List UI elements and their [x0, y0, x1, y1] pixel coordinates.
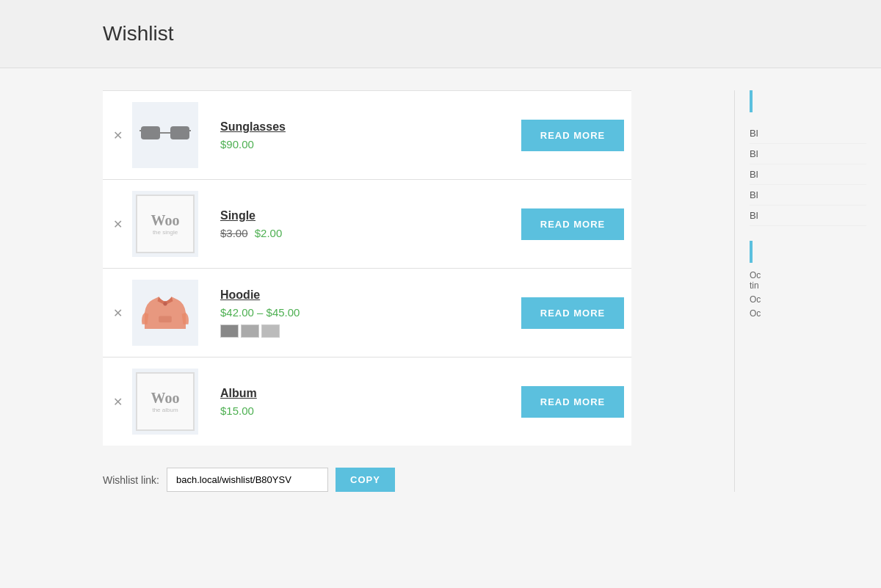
woo-placeholder: Woo the album: [136, 372, 195, 431]
sunglasses-icon: [139, 120, 191, 150]
sidebar-text: Oc: [750, 294, 866, 305]
product-info: Album $15.00: [220, 387, 514, 417]
sidebar-item[interactable]: Bl: [750, 164, 866, 185]
sidebar-text: Oc: [750, 308, 866, 319]
original-price: $3.00: [220, 227, 248, 239]
woo-sub-text: the album: [152, 407, 178, 413]
table-row: ✕ Woo the album Album $15.00 READ MORE: [103, 357, 631, 446]
table-row: ✕ Sunglasses $90.00: [103, 90, 631, 179]
price-value: $90.00: [220, 138, 254, 150]
product-info: Sunglasses $90.00: [220, 120, 514, 150]
svg-rect-1: [170, 126, 189, 139]
color-swatches: [220, 324, 514, 338]
sidebar-item[interactable]: Bl: [750, 206, 866, 226]
hoodie-image: [132, 280, 198, 346]
remove-button[interactable]: ✕: [103, 306, 132, 320]
copy-button[interactable]: COPY: [336, 468, 395, 492]
sale-price: $2.00: [255, 227, 283, 239]
wishlist-link-section: Wishlist link: COPY: [103, 468, 631, 492]
wishlist-link-input[interactable]: [167, 468, 328, 492]
product-image-cell: [132, 280, 206, 346]
table-row: ✕: [103, 268, 631, 357]
remove-button[interactable]: ✕: [103, 128, 132, 142]
read-more-cell: READ MORE: [514, 120, 631, 151]
read-more-cell: READ MORE: [514, 208, 631, 240]
main-content: ✕ Sunglasses $90.00: [0, 68, 881, 514]
sidebar-section: Octin Oc Oc: [750, 241, 866, 319]
sidebar-item[interactable]: Bl: [750, 123, 866, 144]
table-row: ✕ Woo the single Single $3.00 $2.00 READ…: [103, 179, 631, 268]
product-name: Hoodie: [220, 288, 514, 302]
product-name: Single: [220, 209, 514, 222]
read-more-button[interactable]: READ MORE: [521, 297, 624, 329]
wishlist-section: ✕ Sunglasses $90.00: [0, 90, 734, 492]
read-more-button[interactable]: READ MORE: [521, 208, 624, 240]
sidebar-text: Octin: [750, 270, 866, 291]
svg-rect-6: [159, 316, 172, 322]
product-image-cell: [132, 102, 206, 168]
woo-single-image: Woo the single: [132, 191, 198, 257]
woo-placeholder: Woo the single: [136, 195, 195, 253]
remove-button[interactable]: ✕: [103, 217, 132, 231]
product-image-cell: Woo the album: [132, 369, 206, 435]
color-swatch[interactable]: [261, 324, 280, 338]
hoodie-icon: [139, 287, 191, 338]
remove-button[interactable]: ✕: [103, 395, 132, 409]
price-range: $42.00 – $45.00: [220, 306, 300, 319]
product-name: Album: [220, 387, 514, 400]
product-info: Single $3.00 $2.00: [220, 209, 514, 239]
page-title: Wishlist: [103, 22, 778, 46]
sidebar-accent-bar: [750, 90, 753, 112]
price-value: $15.00: [220, 404, 254, 417]
svg-rect-0: [141, 126, 160, 139]
color-swatch[interactable]: [220, 324, 239, 338]
read-more-button[interactable]: READ MORE: [521, 386, 624, 418]
product-price: $42.00 – $45.00: [220, 306, 514, 319]
woo-album-image: Woo the album: [132, 369, 198, 435]
sidebar-item[interactable]: Bl: [750, 185, 866, 206]
product-price: $90.00: [220, 138, 514, 150]
product-price: $3.00 $2.00: [220, 227, 514, 239]
product-image-cell: Woo the single: [132, 191, 206, 257]
product-info: Hoodie $42.00 – $45.00: [220, 288, 514, 338]
wishlist-link-label: Wishlist link:: [103, 474, 159, 486]
page-header: Wishlist: [0, 0, 881, 68]
sidebar-section-accent: [750, 241, 753, 263]
sidebar: Bl Bl Bl Bl Bl Octin Oc Oc: [734, 90, 881, 492]
sunglasses-image: [132, 102, 198, 168]
woo-logo-text: Woo: [151, 390, 180, 407]
read-more-button[interactable]: READ MORE: [521, 120, 624, 151]
read-more-cell: READ MORE: [514, 386, 631, 418]
color-swatch[interactable]: [241, 324, 259, 338]
svg-point-5: [163, 302, 167, 305]
woo-logo-text: Woo: [151, 212, 180, 229]
woo-sub-text: the single: [153, 229, 178, 236]
sidebar-item[interactable]: Bl: [750, 144, 866, 164]
product-price: $15.00: [220, 404, 514, 417]
product-name: Sunglasses: [220, 120, 514, 134]
read-more-cell: READ MORE: [514, 297, 631, 329]
